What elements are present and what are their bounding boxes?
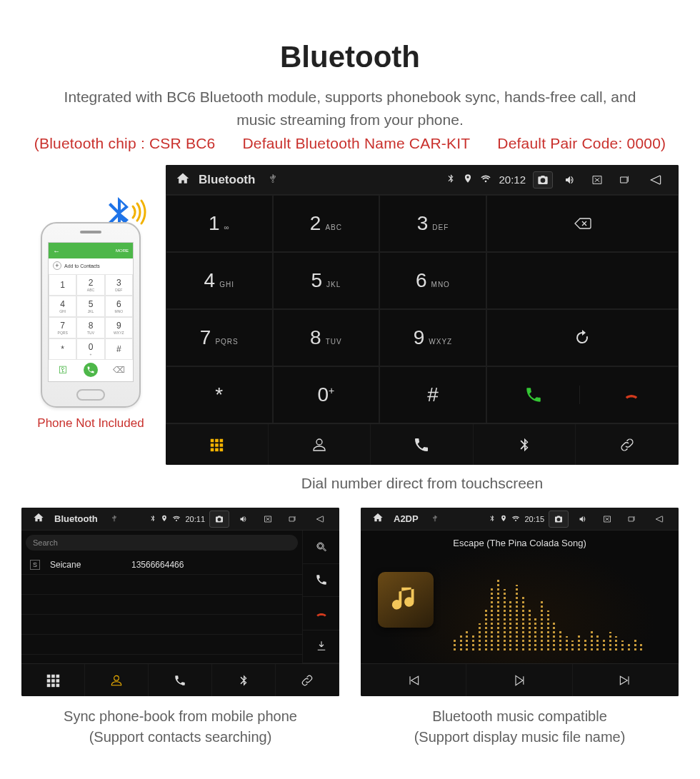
phone-key: * <box>49 338 76 360</box>
screenshot-button[interactable] <box>209 511 229 528</box>
location-icon <box>463 174 473 186</box>
close-app-button[interactable] <box>587 171 607 189</box>
phone-device: ←MORE +Add to Contacts 12ABC3DEF4GHI5JKL… <box>41 222 141 408</box>
backspace-button[interactable] <box>486 195 679 252</box>
clock-label: 20:12 <box>499 174 526 186</box>
bluetooth-status-icon <box>489 515 496 523</box>
tab-paired-devices[interactable] <box>576 424 679 465</box>
tab-bluetooth-settings[interactable] <box>212 664 276 696</box>
dialpad-key-5[interactable]: 5JKL <box>273 252 380 309</box>
location-icon <box>161 515 168 523</box>
contact-number: 13566664466 <box>131 560 184 570</box>
music-statusbar: A2DP 20:15 <box>361 508 679 531</box>
phone-backspace-icon: ⌫ <box>105 360 133 380</box>
back-button[interactable] <box>647 508 671 530</box>
back-button[interactable] <box>308 508 332 530</box>
contacts-title: Bluetooth <box>54 513 98 524</box>
contact-row[interactable]: S Seicane 13566664466 <box>21 555 302 575</box>
equalizer-visual <box>454 573 661 650</box>
usb-icon <box>268 174 278 186</box>
contact-row-empty <box>21 635 302 655</box>
phone-home-button <box>76 389 105 401</box>
dialpad-key-9[interactable]: 9WXYZ <box>379 309 486 366</box>
dialpad-key-3[interactable]: 3DEF <box>379 195 486 252</box>
bluetooth-status-icon <box>446 174 456 186</box>
hangup-button[interactable] <box>584 387 678 403</box>
page-subtitle: Integrated with BC6 Bluetooth module, su… <box>0 86 700 131</box>
contact-row-empty <box>21 595 302 615</box>
clock-label: 20:11 <box>185 515 205 523</box>
home-icon[interactable] <box>173 171 193 189</box>
contacts-caption: Sync phone-book from mobile phone(Suppor… <box>21 706 339 748</box>
location-icon <box>500 515 507 523</box>
wifi-icon <box>511 514 520 524</box>
dialpad-key-#[interactable]: # <box>379 366 486 423</box>
call-controls <box>486 366 679 423</box>
phone-key: 9WXYZ <box>105 317 133 338</box>
home-icon[interactable] <box>29 512 49 526</box>
headunit-music: A2DP 20:15 Escape (The Pina Colada <box>361 508 679 696</box>
tab-contacts[interactable] <box>269 424 371 465</box>
next-track-button[interactable] <box>573 664 679 696</box>
volume-button[interactable] <box>234 511 254 528</box>
recents-button[interactable] <box>282 511 302 528</box>
download-contacts-button[interactable] <box>303 630 339 664</box>
phone-key: 0+ <box>76 338 104 360</box>
phone-key: # <box>105 338 133 360</box>
dialpad-key-1[interactable]: 1∞ <box>166 195 273 252</box>
dialpad-key-4[interactable]: 4GHI <box>166 252 273 309</box>
tab-call-log[interactable] <box>149 664 212 696</box>
back-button[interactable] <box>640 169 671 191</box>
hangup-button[interactable] <box>303 597 339 630</box>
search-input[interactable]: Search <box>26 535 298 551</box>
contact-row-empty <box>21 575 302 595</box>
phone-key: 4GHI <box>49 296 76 317</box>
screenshot-button[interactable] <box>549 511 569 528</box>
close-app-button[interactable] <box>258 511 278 528</box>
volume-button[interactable] <box>573 511 593 528</box>
close-app-button[interactable] <box>597 511 617 528</box>
play-pause-button[interactable] <box>466 664 572 696</box>
phone-topbar-more: MORE <box>116 248 129 253</box>
contact-name: Seicane <box>50 560 121 570</box>
redial-button[interactable] <box>486 309 679 366</box>
previous-track-button[interactable] <box>361 664 466 696</box>
dialpad-key-6[interactable]: 6MNO <box>379 252 486 309</box>
album-art <box>378 572 434 628</box>
tab-paired-devices[interactable] <box>276 664 339 696</box>
dialpad-key-8[interactable]: 8TUV <box>273 309 380 366</box>
usb-icon <box>111 514 118 524</box>
screenshot-button[interactable] <box>533 171 553 189</box>
phone-add-icon: + <box>53 261 61 270</box>
now-playing-track: Escape (The Pina Colada Song) <box>453 538 586 548</box>
recents-button[interactable] <box>614 171 634 189</box>
search-button[interactable] <box>303 531 339 564</box>
phone-add-contacts-label: Add to Contacts <box>64 263 100 268</box>
dialpad-key-7[interactable]: 7PQRS <box>166 309 273 366</box>
recents-button[interactable] <box>621 511 641 528</box>
call-contact-button[interactable] <box>303 564 339 598</box>
dialpad-key-2[interactable]: 2ABC <box>273 195 380 252</box>
dialer-caption: Dial number direct from touchscreen <box>166 475 679 492</box>
phone-key: 1 <box>49 274 76 296</box>
dialpad-key-0[interactable]: 0+ <box>273 366 380 423</box>
tab-call-log[interactable] <box>371 424 474 465</box>
phone-key: 5JKL <box>76 296 104 317</box>
phone-key: 3DEF <box>105 274 133 296</box>
clock-label: 20:15 <box>524 515 544 523</box>
volume-button[interactable] <box>560 171 580 189</box>
music-caption: Bluetooth music compatible(Support displ… <box>361 706 679 748</box>
home-icon[interactable] <box>368 512 388 526</box>
tab-dialpad[interactable] <box>166 424 269 465</box>
call-button[interactable] <box>487 386 581 404</box>
tab-bluetooth-settings[interactable] <box>474 424 576 465</box>
empty-cell <box>486 252 679 309</box>
dialpad-key-*[interactable]: * <box>166 366 273 423</box>
spec-name: Default Bluetooth Name CAR-KIT <box>242 135 470 151</box>
phone-key: 6MNO <box>105 296 133 317</box>
spec-line: (Bluetooth chip : CSR BC6 Default Blueto… <box>0 135 700 152</box>
tab-dialpad[interactable] <box>21 664 85 696</box>
spec-chip: (Bluetooth chip : CSR BC6 <box>34 135 216 151</box>
tab-contacts[interactable] <box>85 664 149 696</box>
music-title: A2DP <box>394 513 419 524</box>
